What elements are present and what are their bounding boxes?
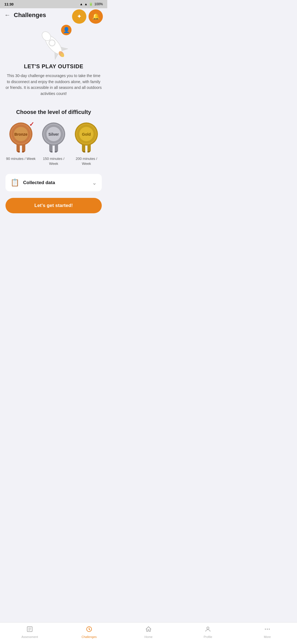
svg-marker-10 bbox=[22, 151, 25, 152]
svg-marker-27 bbox=[82, 151, 85, 152]
svg-marker-28 bbox=[87, 151, 91, 152]
avatar: 👤 bbox=[61, 25, 72, 35]
collected-data-left: 📋 Collected data bbox=[10, 178, 55, 187]
wifi-icon: ▲ bbox=[80, 2, 83, 6]
silver-medal-svg: Silver bbox=[40, 121, 67, 152]
difficulty-title: Choose the level of difficulty bbox=[6, 109, 102, 115]
main-content: 👤 LET'S PLAY OUTSIDE This 30-day challen… bbox=[0, 22, 107, 244]
battery-icon: 🔋 bbox=[89, 2, 93, 6]
rocket-area: 👤 bbox=[36, 25, 72, 61]
signal-icon: ▲ bbox=[84, 2, 87, 6]
status-icons: ▲ ▲ 🔋 100% bbox=[80, 2, 103, 6]
challenge-banner: 👤 LET'S PLAY OUTSIDE This 30-day challen… bbox=[6, 22, 102, 102]
star-button[interactable]: ✦ bbox=[72, 9, 86, 24]
status-time: 11:30 bbox=[4, 2, 13, 6]
silver-sublabel: 150 minutes / Week bbox=[38, 156, 69, 166]
challenge-title: LET'S PLAY OUTSIDE bbox=[24, 63, 83, 70]
bronze-medal-item[interactable]: Bronze ✓ 90 minutes / Week bbox=[6, 121, 36, 161]
silver-medal-container: Silver bbox=[40, 121, 67, 152]
chevron-down-icon: ⌄ bbox=[92, 179, 97, 186]
avatar-icon: 👤 bbox=[63, 27, 70, 33]
svg-text:Silver: Silver bbox=[48, 132, 59, 137]
header-actions: ✦ 🔔 bbox=[72, 9, 103, 24]
battery-percent: 100% bbox=[94, 2, 103, 6]
status-bar: 11:30 ▲ ▲ 🔋 100% bbox=[0, 0, 107, 8]
collected-data-section[interactable]: 📋 Collected data ⌄ bbox=[6, 174, 102, 191]
silver-medal-item[interactable]: Silver 150 minutes / Week bbox=[38, 121, 69, 166]
svg-marker-9 bbox=[16, 151, 20, 152]
svg-marker-19 bbox=[55, 151, 58, 152]
bell-icon: 🔔 bbox=[92, 13, 100, 20]
back-button[interactable]: ← bbox=[4, 12, 10, 18]
gold-medal-svg: Gold bbox=[73, 121, 100, 152]
bell-button[interactable]: 🔔 bbox=[89, 9, 103, 24]
gold-medal-item[interactable]: Gold 200 minutes / Week bbox=[71, 121, 102, 166]
collected-data-label: Collected data bbox=[23, 180, 55, 185]
svg-text:Gold: Gold bbox=[82, 132, 91, 137]
bronze-medal-container: Bronze ✓ bbox=[7, 121, 35, 152]
clipboard-icon: 📋 bbox=[10, 178, 19, 187]
challenge-description: This 30-day challenge encourages you to … bbox=[6, 73, 102, 97]
medals-row: Bronze ✓ 90 minutes / Week bbox=[6, 121, 102, 166]
bronze-checkmark: ✓ bbox=[29, 121, 34, 127]
svg-marker-18 bbox=[49, 151, 53, 152]
gold-medal-container: Gold bbox=[73, 121, 100, 152]
header: ← Challenges ✦ 🔔 bbox=[0, 8, 107, 22]
get-started-button[interactable]: Let's get started! bbox=[6, 198, 102, 213]
bronze-sublabel: 90 minutes / Week bbox=[6, 156, 35, 161]
page-title: Challenges bbox=[14, 12, 46, 19]
svg-text:Bronze: Bronze bbox=[14, 132, 28, 137]
star-icon: ✦ bbox=[77, 13, 82, 20]
difficulty-section: Choose the level of difficulty bbox=[6, 109, 102, 166]
gold-sublabel: 200 minutes / Week bbox=[71, 156, 102, 166]
